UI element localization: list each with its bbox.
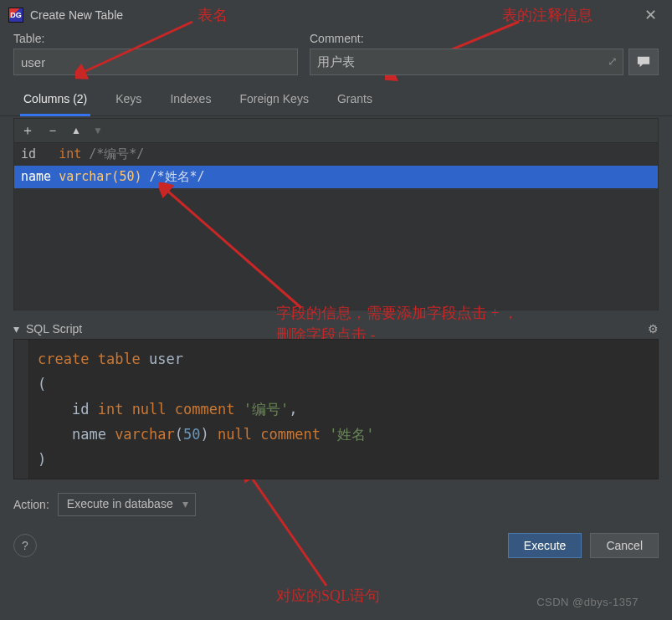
annotation-sql: 对应的SQL语句	[276, 586, 380, 606]
action-select[interactable]: Execute in database	[58, 493, 196, 516]
app-icon: DG	[8, 8, 23, 23]
expand-icon[interactable]: ⤢	[608, 54, 618, 68]
table-label: Table:	[13, 32, 298, 45]
watermark: CSDN @dbys-1357	[536, 596, 639, 608]
column-row[interactable]: id int /*编号*/	[14, 143, 658, 166]
action-label: Action:	[13, 498, 49, 511]
gear-icon[interactable]: ⚙	[648, 322, 659, 336]
tab-indexes[interactable]: Indexes	[167, 87, 214, 115]
sql-line: name varchar(50) null comment '姓名'	[18, 422, 654, 447]
action-value: Execute in database	[67, 497, 173, 510]
move-down-button[interactable]: ▼	[93, 125, 103, 136]
tab-grants[interactable]: Grants	[334, 87, 376, 115]
column-row[interactable]: name varchar(50) /*姓名*/	[14, 166, 658, 188]
sql-line: (	[18, 371, 654, 397]
comment-label: Comment:	[310, 32, 659, 45]
move-up-button[interactable]: ▲	[71, 125, 81, 136]
comment-dialog-button[interactable]	[628, 49, 659, 75]
sql-editor[interactable]: create table user( id int null comment '…	[13, 339, 659, 479]
window-title: Create New Table	[30, 8, 123, 22]
tab-foreign-keys[interactable]: Foreign Keys	[236, 87, 311, 115]
comment-value: 用户表	[317, 54, 355, 69]
cancel-button[interactable]: Cancel	[590, 533, 659, 558]
chevron-down-icon[interactable]: ▾	[13, 322, 19, 336]
sql-line: create table user	[18, 346, 654, 371]
tab-columns-[interactable]: Columns (2)	[20, 87, 90, 116]
close-icon[interactable]: ✕	[644, 6, 657, 24]
comment-input[interactable]: 用户表 ⤢	[310, 49, 623, 75]
execute-button[interactable]: Execute	[508, 533, 582, 558]
gutter	[14, 340, 29, 479]
help-button[interactable]: ?	[13, 534, 37, 557]
sql-script-label: SQL Script	[26, 322, 82, 336]
add-column-button[interactable]: ＋	[21, 122, 34, 140]
remove-column-button[interactable]: －	[46, 122, 59, 140]
table-input[interactable]	[13, 49, 298, 75]
tab-keys[interactable]: Keys	[112, 87, 145, 115]
sql-line: )	[18, 447, 654, 472]
columns-list[interactable]: id int /*编号*/name varchar(50) /*姓名*/	[13, 143, 659, 310]
sql-line: id int null comment '编号',	[18, 397, 654, 422]
